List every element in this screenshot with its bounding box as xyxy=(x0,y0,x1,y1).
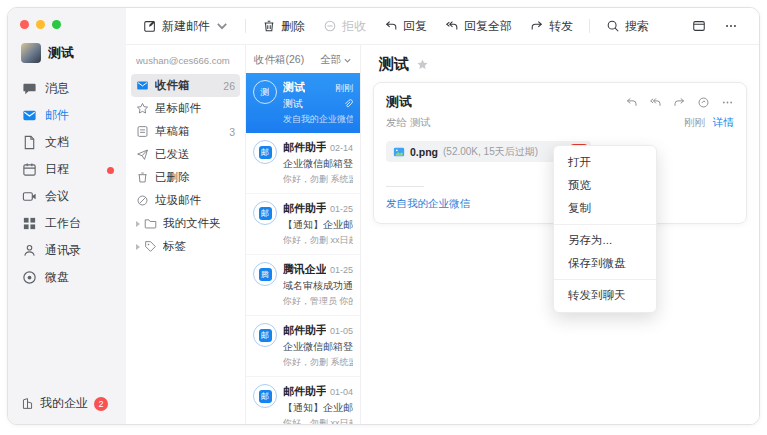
folder-label: 已发送 xyxy=(155,147,229,162)
my-company-row[interactable]: 我的企业 2 xyxy=(21,395,108,412)
more-icon[interactable] xyxy=(721,96,734,109)
mail-time: 刚刚 xyxy=(335,82,353,95)
reply-all-button[interactable]: 回复全部 xyxy=(438,14,519,39)
minimize-window-button[interactable] xyxy=(36,20,45,29)
folder-label: 星标邮件 xyxy=(155,101,229,116)
reading-pane: 测试 测试 发给 测试 xyxy=(361,45,759,424)
reply-all-icon[interactable] xyxy=(649,96,662,109)
document-icon xyxy=(22,135,37,150)
reply-icon xyxy=(384,19,398,33)
reject-label: 拒收 xyxy=(342,18,366,35)
menu-item-forward-to-chat[interactable]: 转发到聊天 xyxy=(554,284,656,307)
grid-icon xyxy=(22,216,37,231)
reply-icon[interactable] xyxy=(625,96,638,109)
spam-icon xyxy=(136,194,149,207)
mail-preview: 你好，勿删 系统监测到你的邮箱账 xyxy=(283,356,353,369)
folder-deleted[interactable]: 已删除 xyxy=(131,166,240,189)
reply-all-label: 回复全部 xyxy=(464,18,512,35)
folder-my-folders[interactable]: 我的文件夹 xyxy=(131,212,240,235)
company-badge: 2 xyxy=(94,397,108,411)
delete-button[interactable]: 删除 xyxy=(255,14,312,39)
sidebar-item-label: 会议 xyxy=(45,188,69,205)
sidebar-item-label: 文档 xyxy=(45,134,69,151)
mail-preview: 你好，管理员 你的企业邮箱域名 c xyxy=(283,295,353,308)
mail-list: 收件箱(26) 全部 测 测试刚刚 测试 发自我的企业微信 xyxy=(246,45,361,424)
account-name: 测试 xyxy=(48,44,74,62)
traffic-lights xyxy=(8,18,126,41)
menu-item-save-as[interactable]: 另存为... xyxy=(554,229,656,252)
sender-avatar: 邮 xyxy=(253,323,277,347)
inbox-icon xyxy=(136,79,149,92)
sidebar-item-messages[interactable]: 消息 xyxy=(8,75,126,102)
forward-icon[interactable] xyxy=(673,96,686,109)
folder-label: 草稿箱 xyxy=(155,124,223,139)
mail-list-item[interactable]: 测 测试刚刚 测试 发自我的企业微信 xyxy=(246,73,360,133)
mail-toolbar: 新建邮件 删除 拒收 回复 回复全部 转发 xyxy=(126,8,759,44)
search-button[interactable]: 搜索 xyxy=(599,14,656,39)
more-button[interactable] xyxy=(717,15,745,37)
mail-time: 01-25 xyxy=(330,204,353,214)
folder-label: 垃圾邮件 xyxy=(155,193,229,208)
close-window-button[interactable] xyxy=(20,20,29,29)
folder-label: 已删除 xyxy=(155,170,229,185)
star-icon[interactable] xyxy=(416,58,429,71)
attachment-name: 0.png xyxy=(410,146,438,158)
menu-item-save-to-drive[interactable]: 保存到微盘 xyxy=(554,252,656,275)
menu-item-preview[interactable]: 预览 xyxy=(554,174,656,197)
compose-button[interactable]: 新建邮件 xyxy=(136,14,236,39)
list-filter-dropdown[interactable]: 全部 xyxy=(320,53,352,67)
mail-list-item[interactable]: 邮 邮件助手01-04 【通知】企业邮箱正式启用通知 你好，勿删 xx日起，企业… xyxy=(246,377,360,424)
sidebar-item-mail[interactable]: 邮件 xyxy=(8,102,126,129)
folder-count: 26 xyxy=(223,80,235,92)
menu-divider xyxy=(554,224,656,225)
chevron-down-icon xyxy=(215,19,229,33)
expand-caret-icon[interactable] xyxy=(136,221,140,227)
folder-sent[interactable]: 已发送 xyxy=(131,143,240,166)
sender-avatar: 邮 xyxy=(253,384,277,408)
search-label: 搜索 xyxy=(625,18,649,35)
sender-name: 测试 xyxy=(283,80,305,95)
sidebar-item-meeting[interactable]: 会议 xyxy=(8,183,126,210)
meeting-icon xyxy=(22,189,37,204)
content-area: wushan@ces666.com 收件箱 26 星标邮件 草稿箱 3 xyxy=(126,44,759,424)
mail-list-item[interactable]: 腾 腾讯企业邮箱01-25 域名审核成功通知 你好，管理员 你的企业邮箱域名 c xyxy=(246,255,360,316)
mail-list-item[interactable]: 邮 邮件助手01-25 【通知】企业邮箱正式启用通知 你好，勿删 xx日起，企业… xyxy=(246,194,360,255)
layout-toggle-button[interactable] xyxy=(685,15,713,37)
sidebar-item-calendar[interactable]: 日程 xyxy=(8,156,126,183)
sidebar-item-label: 邮件 xyxy=(45,107,69,124)
folder-sidebar: wushan@ces666.com 收件箱 26 星标邮件 草稿箱 3 xyxy=(126,45,246,424)
chat-icon xyxy=(22,81,37,96)
zoom-window-button[interactable] xyxy=(52,20,61,29)
mail-list-item[interactable]: 邮 邮件助手01-05 企业微信邮箱登录提醒 你好，勿删 系统监测到你的邮箱账 xyxy=(246,316,360,377)
forward-button[interactable]: 转发 xyxy=(523,14,580,39)
chat-forward-icon[interactable] xyxy=(697,96,710,109)
sidebar-item-workbench[interactable]: 工作台 xyxy=(8,210,126,237)
main-area: 新建邮件 删除 拒收 回复 回复全部 转发 xyxy=(126,8,759,424)
menu-item-open[interactable]: 打开 xyxy=(554,151,656,174)
reply-button[interactable]: 回复 xyxy=(377,14,434,39)
mail-subject: 测试 xyxy=(283,97,339,111)
account-row[interactable]: 测试 xyxy=(8,41,126,75)
avatar xyxy=(21,43,41,63)
search-icon xyxy=(606,19,620,33)
sidebar-item-contacts[interactable]: 通讯录 xyxy=(8,237,126,264)
folder-starred[interactable]: 星标邮件 xyxy=(131,97,240,120)
folder-inbox[interactable]: 收件箱 26 xyxy=(131,74,240,97)
chevron-down-icon xyxy=(343,56,352,65)
left-sidebar: 测试 消息 邮件 文档 日程 会议 工作台 通讯录 xyxy=(8,8,126,424)
folder-spam[interactable]: 垃圾邮件 xyxy=(131,189,240,212)
expand-caret-icon[interactable] xyxy=(136,244,140,250)
sender-avatar: 腾 xyxy=(253,262,277,286)
trash-icon xyxy=(262,19,276,33)
mail-subject: 【通知】企业邮箱正式启用通知 xyxy=(283,401,353,415)
folder-tags[interactable]: 标签 xyxy=(131,235,240,258)
sidebar-item-drive[interactable]: 微盘 xyxy=(8,264,126,291)
detail-link[interactable]: 详情 xyxy=(713,116,734,130)
reject-button[interactable]: 拒收 xyxy=(316,14,373,39)
toolbar-divider xyxy=(589,19,590,33)
sidebar-item-docs[interactable]: 文档 xyxy=(8,129,126,156)
folder-drafts[interactable]: 草稿箱 3 xyxy=(131,120,240,143)
menu-item-copy[interactable]: 复制 xyxy=(554,197,656,220)
mail-preview: 发自我的企业微信 xyxy=(283,113,353,126)
mail-list-item[interactable]: 邮 邮件助手02-14 企业微信邮箱登录提醒 你好，勿删 系统监测到你的邮箱账 xyxy=(246,133,360,194)
